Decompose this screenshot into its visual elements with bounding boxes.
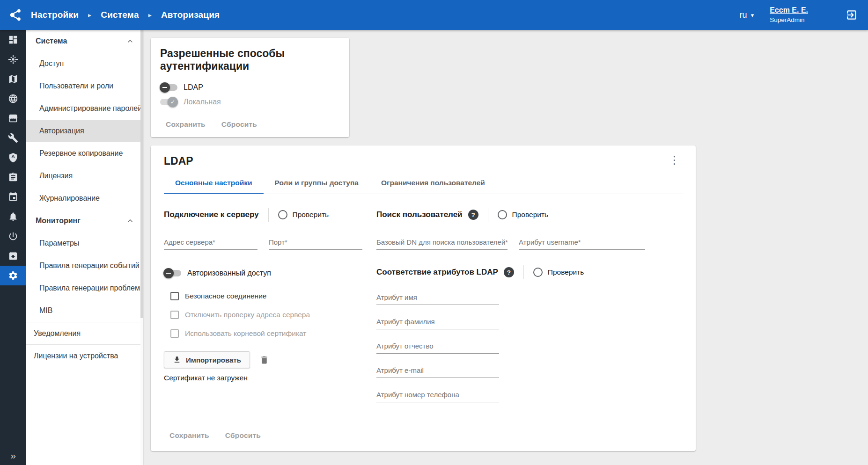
attributes-check-radio[interactable] bbox=[533, 268, 543, 277]
rail-item-security[interactable] bbox=[0, 148, 26, 167]
ldap-toggle[interactable] bbox=[160, 84, 177, 91]
local-auth-toggle-row: ✓ Локальная bbox=[160, 94, 340, 109]
clipboard-icon bbox=[8, 172, 18, 182]
tab-main-settings[interactable]: Основные настройки bbox=[164, 172, 264, 194]
certificate-import-row: Импортировать bbox=[164, 351, 365, 368]
sidebar-item-label: Лицензия bbox=[39, 172, 73, 180]
download-icon bbox=[173, 356, 181, 364]
tab-roles-groups[interactable]: Роли и группы доступа bbox=[264, 172, 370, 194]
user-search-check-label: Проверить bbox=[512, 211, 549, 219]
sidebar-item-label: Доступ bbox=[39, 59, 64, 68]
trash-icon bbox=[259, 355, 269, 365]
rail-item-events[interactable] bbox=[0, 50, 26, 69]
rail-item-storage[interactable] bbox=[0, 246, 26, 266]
language-value: ru bbox=[740, 10, 747, 20]
sidebar-item-users-roles[interactable]: Пользователи и роли bbox=[26, 75, 143, 97]
sidebar-item-notifications[interactable]: Уведомления bbox=[26, 322, 143, 344]
ldap-card-title: LDAP bbox=[164, 155, 193, 167]
rail-item-tools[interactable] bbox=[0, 128, 26, 148]
save-button[interactable]: Сохранить bbox=[160, 116, 211, 133]
use-root-certificate-checkbox[interactable] bbox=[170, 329, 179, 338]
rail-item-network[interactable] bbox=[0, 89, 26, 109]
user-search-check-radio[interactable] bbox=[498, 210, 507, 219]
language-selector[interactable]: ru ▾ bbox=[740, 10, 754, 20]
delete-certificate-button[interactable] bbox=[259, 355, 269, 365]
server-address-input[interactable] bbox=[164, 234, 257, 250]
sidebar-item-parameters[interactable]: Параметры bbox=[26, 232, 143, 254]
auth-methods-title: Разрешенные способы аутентификации bbox=[160, 47, 340, 73]
logout-button[interactable] bbox=[846, 9, 858, 21]
ldap-toggle-label: LDAP bbox=[184, 83, 203, 92]
sidebar-item-problem-rules[interactable]: Правила генерации проблем bbox=[26, 277, 143, 299]
sidebar-item-password-admin[interactable]: Администрирование паролей bbox=[26, 97, 143, 120]
sidebar-item-mib[interactable]: MIB bbox=[26, 299, 143, 322]
attr-email-input[interactable] bbox=[376, 363, 499, 378]
breadcrumb-settings[interactable]: Настройки bbox=[31, 10, 79, 20]
power-icon bbox=[8, 231, 18, 241]
attr-phone-input[interactable] bbox=[376, 387, 499, 402]
user-name-link[interactable]: Eccm E. E. bbox=[770, 6, 808, 15]
sidebar-item-logging[interactable]: Журналирование bbox=[26, 187, 143, 210]
rail-item-map[interactable] bbox=[0, 69, 26, 89]
icon-rail: » bbox=[0, 30, 26, 465]
user-search-title: Поиск пользователей bbox=[376, 210, 463, 219]
app-logo[interactable] bbox=[0, 7, 31, 22]
server-connection-header: Подключение к серверу Проверить bbox=[164, 206, 365, 223]
ldap-attributes-header: Соответствие атрибутов LDAP ? Проверить bbox=[376, 264, 683, 281]
user-search-header: Поиск пользователей ? Проверить bbox=[376, 206, 683, 223]
sidebar-item-authorization[interactable]: Авторизация bbox=[26, 120, 143, 142]
breadcrumb-system[interactable]: Система bbox=[101, 10, 139, 20]
rail-item-dashboard[interactable] bbox=[0, 30, 26, 50]
connection-check-control: Проверить bbox=[278, 210, 329, 219]
sidebar-item-backup[interactable]: Резервное копирование bbox=[26, 142, 143, 165]
sidebar-item-label: Уведомления bbox=[34, 329, 81, 338]
rail-item-tasks[interactable] bbox=[0, 167, 26, 187]
authorized-access-toggle[interactable] bbox=[164, 270, 181, 276]
disable-address-check-checkbox[interactable] bbox=[170, 311, 179, 319]
help-icon[interactable]: ? bbox=[504, 267, 514, 277]
rail-item-power[interactable] bbox=[0, 226, 26, 246]
app-logo-icon bbox=[8, 7, 23, 22]
ldap-card: LDAP ⋮ Основные настройки Роли и группы … bbox=[151, 145, 696, 451]
sidebar-section-system[interactable]: Система bbox=[26, 30, 143, 52]
main-content: Разрешенные способы аутентификации LDAP … bbox=[143, 30, 868, 465]
rail-item-inventory[interactable] bbox=[0, 109, 26, 128]
secure-connection-checkbox[interactable] bbox=[170, 292, 179, 300]
certificate-status: Сертификат не загружен bbox=[164, 374, 365, 382]
sidebar: Система Доступ Пользователи и роли Админ… bbox=[26, 30, 143, 465]
rail-item-settings[interactable] bbox=[0, 266, 26, 285]
attr-first-name-input[interactable] bbox=[376, 290, 499, 305]
tab-user-restrictions[interactable]: Ограничения пользователей bbox=[370, 172, 496, 194]
auth-methods-card: Разрешенные способы аутентификации LDAP … bbox=[151, 38, 349, 137]
connection-check-radio[interactable] bbox=[278, 210, 287, 219]
save-button[interactable]: Сохранить bbox=[164, 427, 215, 444]
auth-methods-actions: Сохранить Сбросить bbox=[160, 116, 340, 133]
sidebar-item-event-rules[interactable]: Правила генерации событий bbox=[26, 254, 143, 277]
local-auth-toggle-label: Локальная bbox=[184, 98, 221, 106]
sidebar-item-license[interactable]: Лицензия bbox=[26, 165, 143, 187]
sidebar-item-device-licenses[interactable]: Лицензии на устройства bbox=[26, 344, 143, 367]
ldap-actions: Сохранить Сбросить bbox=[164, 427, 683, 444]
import-certificate-button[interactable]: Импортировать bbox=[164, 351, 250, 368]
rail-item-schedule[interactable] bbox=[0, 187, 26, 207]
username-attr-input[interactable] bbox=[519, 234, 645, 250]
caret-down-icon: ▾ bbox=[751, 12, 754, 19]
reset-button[interactable]: Сбросить bbox=[216, 116, 263, 133]
connection-fields bbox=[164, 234, 365, 250]
sidebar-expand-button[interactable]: » bbox=[0, 450, 26, 461]
sidebar-scrollbar-thumb[interactable] bbox=[140, 30, 143, 318]
kebab-menu-icon[interactable]: ⋮ bbox=[666, 155, 683, 166]
use-root-certificate-label: Использовать корневой сертификат bbox=[185, 329, 306, 338]
reset-button[interactable]: Сбросить bbox=[220, 427, 266, 444]
rail-item-notifications[interactable] bbox=[0, 207, 26, 226]
attr-patronymic-input[interactable] bbox=[376, 338, 499, 354]
sidebar-section-monitoring[interactable]: Мониторинг bbox=[26, 210, 143, 232]
header-right: ru ▾ Eccm E. E. SuperAdmin bbox=[740, 6, 858, 24]
port-input[interactable] bbox=[269, 234, 362, 250]
help-icon[interactable]: ? bbox=[468, 210, 478, 220]
attr-surname-input[interactable] bbox=[376, 314, 499, 329]
sidebar-item-access[interactable]: Доступ bbox=[26, 52, 143, 75]
base-dn-input[interactable] bbox=[376, 234, 508, 250]
import-button-label: Импортировать bbox=[186, 356, 241, 364]
ldap-card-header: LDAP ⋮ bbox=[164, 155, 683, 167]
